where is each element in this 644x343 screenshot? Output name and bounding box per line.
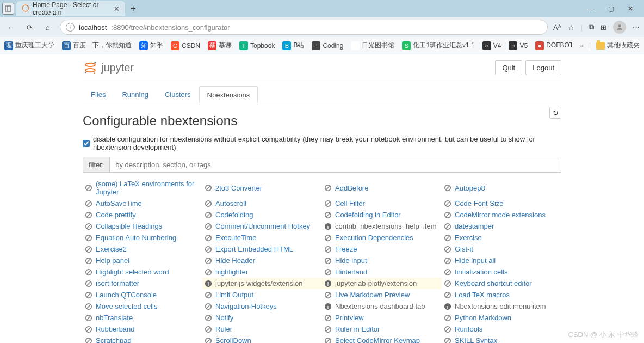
extension-item[interactable]: Launch QTConsole (83, 289, 202, 301)
minimize-button[interactable]: — (586, 4, 596, 14)
extension-item[interactable]: Code prettify (83, 209, 202, 220)
extension-item[interactable]: (some) LaTeX environments for Jupyter (83, 178, 202, 198)
extension-item[interactable]: Help panel (83, 255, 202, 266)
bookmark-item[interactable]: 知知乎 (139, 41, 163, 50)
back-button[interactable]: ← (4, 21, 17, 34)
extension-item[interactable]: Exercise2 (83, 243, 202, 255)
extension-item[interactable]: Limit Output (202, 289, 322, 301)
tab-clusters[interactable]: Clusters (157, 85, 199, 103)
bookmark-item[interactable]: BB站 (282, 41, 304, 50)
bookmark-item[interactable]: ○V5 (509, 41, 528, 50)
bookmark-item[interactable]: S化工1班作业汇总v1.1 (402, 41, 474, 50)
profile-avatar[interactable] (613, 21, 626, 34)
extension-item[interactable]: iNbextensions dashboard tab (322, 301, 442, 312)
extension-item[interactable]: Keyboard shortcut editor (442, 278, 561, 289)
tab-nbextensions[interactable]: Nbextensions (199, 86, 258, 103)
extension-item[interactable]: Load TeX macros (442, 289, 561, 301)
extension-item[interactable]: Codefolding in Editor (322, 209, 442, 220)
bookmark-item[interactable]: ○V4 (482, 41, 501, 50)
extension-item[interactable]: Navigation-Hotkeys (202, 301, 322, 312)
extension-item[interactable]: Gist-it (442, 243, 561, 255)
close-window-button[interactable]: ✕ (626, 4, 635, 14)
extension-item[interactable]: Hide input (322, 255, 442, 266)
bookmark-item[interactable]: 慕慕课 (208, 41, 232, 50)
extension-item[interactable]: ijupyter-js-widgets/extension (202, 278, 322, 289)
tab-files[interactable]: Files (83, 85, 114, 103)
extension-item[interactable]: icontrib_nbextensions_help_item (322, 220, 442, 232)
close-icon[interactable]: ✕ (114, 5, 120, 13)
extensions-icon[interactable]: ⧉ (589, 23, 594, 32)
extension-item[interactable]: Printview (322, 312, 442, 323)
extension-item[interactable]: isort formatter (83, 278, 202, 289)
extension-item[interactable]: Hide input all (442, 255, 561, 266)
address-bar[interactable]: i localhost:8890/tree#nbextensions_confi… (60, 20, 548, 35)
extension-item[interactable]: Rubberband (83, 323, 202, 335)
extension-item[interactable]: Python Markdown (442, 312, 561, 323)
maximize-button[interactable]: ▢ (606, 4, 616, 14)
extension-item[interactable]: Execution Dependencies (322, 232, 442, 243)
extension-item[interactable]: Hinterland (322, 266, 442, 278)
extension-item[interactable]: AddBefore (322, 178, 442, 198)
extension-item[interactable]: Highlight selected word (83, 266, 202, 278)
extension-item[interactable]: iNbextensions edit menu item (442, 301, 561, 312)
tab-overview-button[interactable] (2, 3, 14, 15)
extension-item[interactable]: Hide Header (202, 255, 322, 266)
extension-item[interactable]: SKILL Syntax (442, 335, 561, 343)
bookmark-item[interactable]: 百百度一下，你就知道 (62, 41, 132, 50)
favorite-icon[interactable]: ☆ (568, 23, 574, 32)
extension-item[interactable]: Codefolding (202, 209, 322, 220)
collections-icon[interactable]: ⊞ (600, 23, 606, 32)
other-bookmarks-folder[interactable]: 其他收藏夹 (596, 41, 640, 50)
extension-item[interactable]: 2to3 Converter (202, 178, 322, 198)
bookmark-item[interactable]: TTopbook (239, 41, 275, 50)
bookmark-item[interactable]: ⋯Coding (312, 41, 343, 50)
tab-running[interactable]: Running (114, 85, 156, 103)
extension-item[interactable]: highlighter (202, 266, 322, 278)
bookmark-item[interactable]: 理重庆理工大学 (4, 41, 54, 50)
extension-item[interactable]: AutoSaveTime (83, 198, 202, 209)
extension-item[interactable]: Freeze (322, 243, 442, 255)
site-info-icon[interactable]: i (66, 23, 75, 32)
extension-item[interactable]: Scratchpad (83, 335, 202, 343)
bookmark-item[interactable]: ●DOFBOT AI视觉机... (535, 41, 572, 50)
extension-item[interactable]: Ruler in Editor (322, 323, 442, 335)
extension-item[interactable]: Autoscroll (202, 198, 322, 209)
extension-item[interactable]: CodeMirror mode extensions (442, 209, 561, 220)
extension-item[interactable]: Equation Auto Numbering (83, 232, 202, 243)
extension-item[interactable]: Runtools (442, 323, 561, 335)
refresh-button[interactable]: ⟳ (23, 21, 36, 34)
extension-item[interactable]: nbTranslate (83, 312, 202, 323)
extension-item[interactable]: Exercise (442, 232, 561, 243)
compat-checkbox[interactable] (83, 140, 90, 147)
panel-refresh-button[interactable]: ↻ (549, 107, 561, 119)
bookmark-item[interactable]: 日光图书馆 (351, 41, 394, 50)
home-button[interactable]: ⌂ (41, 21, 54, 34)
extension-item[interactable]: Cell Filter (322, 198, 442, 209)
extension-item[interactable]: ExecuteTime (202, 232, 322, 243)
bookmark-item[interactable]: CCSDN (171, 41, 200, 50)
extension-item[interactable]: Initialization cells (442, 266, 561, 278)
browser-tab-active[interactable]: Home Page - Select or create a n ✕ (16, 1, 125, 16)
new-tab-button[interactable]: + (127, 3, 139, 15)
extension-item[interactable]: Notify (202, 312, 322, 323)
extension-item[interactable]: Live Markdown Preview (322, 289, 442, 301)
extension-item[interactable]: Export Embedded HTML (202, 243, 322, 255)
reading-mode-icon[interactable]: Aᴬ (553, 23, 561, 32)
extension-item[interactable]: ScrollDown (202, 335, 322, 343)
jupyter-logo[interactable]: jupyter (83, 60, 134, 75)
extension-item[interactable]: Collapsible Headings (83, 220, 202, 232)
extension-item[interactable]: Autopep8 (442, 178, 561, 198)
extension-item[interactable]: Move selected cells (83, 301, 202, 312)
extension-item[interactable]: Code Font Size (442, 198, 561, 209)
quit-button[interactable]: Quit (495, 60, 522, 75)
extension-item[interactable]: Ruler (202, 323, 322, 335)
extension-item[interactable]: datestamper (442, 220, 561, 232)
extension-item[interactable]: Comment/Uncomment Hotkey (202, 220, 322, 232)
extension-item[interactable]: ijupyterlab-plotly/extension (322, 278, 442, 289)
more-icon[interactable]: ⋯ (633, 23, 640, 32)
compat-label[interactable]: disable configuration for nbextensions w… (93, 135, 561, 151)
extension-item[interactable]: Select CodeMirror Keymap (322, 335, 442, 343)
bookmarks-overflow[interactable]: » (580, 42, 584, 50)
logout-button[interactable]: Logout (525, 60, 561, 75)
filter-input[interactable] (110, 157, 561, 172)
